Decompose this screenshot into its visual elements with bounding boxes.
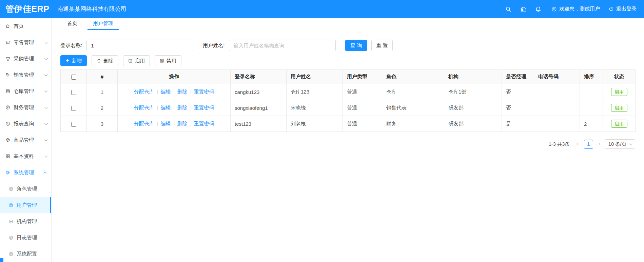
cell-is-manager: 否 xyxy=(502,100,534,116)
cell-user-name: 仓库123 xyxy=(287,84,343,100)
assign-warehouse-link[interactable]: 分配仓库 xyxy=(134,105,154,110)
select-all-checkbox[interactable] xyxy=(71,75,76,80)
sidebar-item-reports[interactable]: 报表查询 xyxy=(0,116,51,132)
user-menu[interactable]: 欢迎您，测试用户 xyxy=(551,6,600,12)
sidebar-item-sales[interactable]: 销售管理 xyxy=(0,67,51,83)
delete-link[interactable]: 删除 xyxy=(177,121,188,126)
disable-button-label: 禁用 xyxy=(167,58,176,64)
logout-icon xyxy=(609,6,614,12)
doc-icon xyxy=(9,203,13,207)
col-status: 状态 xyxy=(603,70,636,84)
sidebar-item-goods[interactable]: 商品管理 xyxy=(0,132,51,148)
tab-label: 首页 xyxy=(67,20,77,27)
sidebar-item-finance[interactable]: 财务管理 xyxy=(0,99,51,116)
chevron-right-icon xyxy=(598,143,600,145)
col-sort: 排序 xyxy=(580,70,603,84)
delete-button[interactable]: 删除 xyxy=(92,55,118,66)
logout-label: 退出登录 xyxy=(616,6,637,12)
bell-icon[interactable] xyxy=(534,5,543,14)
cell-is-manager: 否 xyxy=(502,84,534,100)
row-checkbox[interactable] xyxy=(71,106,76,111)
assign-warehouse-link[interactable]: 分配仓库 xyxy=(134,89,154,95)
sidebar: 首页 零售管理 采购管理 销售管理 仓库管理 财务管理 xyxy=(0,18,52,262)
sidebar-item-home[interactable]: 首页 xyxy=(0,18,51,34)
box-icon xyxy=(5,138,10,142)
cell-actions: 分配仓库编辑删除重置密码 xyxy=(118,116,231,132)
row-checkbox[interactable] xyxy=(71,122,76,127)
tab-bar: 首页 用户管理 xyxy=(52,18,644,30)
sidebar-item-system-config[interactable]: 系统配置 xyxy=(0,246,51,262)
user-name-input[interactable] xyxy=(229,40,336,51)
sidebar-item-log-management[interactable]: 日志管理 xyxy=(0,229,51,246)
sidebar-item-org-management[interactable]: 机构管理 xyxy=(0,213,51,229)
home-icon xyxy=(5,24,10,28)
delete-link[interactable]: 删除 xyxy=(177,105,188,110)
sidebar-item-label: 系统配置 xyxy=(17,251,47,257)
reset-button[interactable]: 重 置 xyxy=(371,40,392,51)
gear-icon xyxy=(5,170,10,175)
assign-warehouse-link[interactable]: 分配仓库 xyxy=(134,121,154,126)
doc-icon xyxy=(9,187,13,191)
logout-button[interactable]: 退出登录 xyxy=(609,6,637,12)
sidebar-item-user-management[interactable]: 用户管理 xyxy=(0,197,51,213)
sidebar-item-purchase[interactable]: 采购管理 xyxy=(0,51,51,67)
cell-user-name: 宋晓锋 xyxy=(287,100,343,116)
enable-button-label: 启用 xyxy=(135,58,145,64)
cell-role: 仓库 xyxy=(382,84,444,100)
header-right: 欢迎您，测试用户 退出登录 xyxy=(498,5,644,14)
delete-link[interactable]: 删除 xyxy=(177,89,188,95)
prev-page-button[interactable] xyxy=(575,140,581,149)
table-row: 1 分配仓库编辑删除重置密码 cangku123 仓库123 普通 仓库 仓库1… xyxy=(61,84,636,100)
bank-icon[interactable] xyxy=(519,5,528,14)
cell-login-name: cangku123 xyxy=(231,84,287,100)
chevron-down-icon xyxy=(44,105,48,109)
cell-user-type: 普通 xyxy=(343,84,382,100)
sidebar-item-retail[interactable]: 零售管理 xyxy=(0,34,51,51)
check-square-icon xyxy=(128,59,133,63)
search-icon[interactable] xyxy=(504,5,513,14)
cell-status: 启用 xyxy=(603,116,636,132)
sidebar-item-warehouse[interactable]: 仓库管理 xyxy=(0,83,51,99)
cell-status: 启用 xyxy=(603,84,636,100)
layout: 首页 零售管理 采购管理 销售管理 仓库管理 财务管理 xyxy=(0,18,644,262)
add-button[interactable]: 新增 xyxy=(60,55,87,66)
edit-link[interactable]: 编辑 xyxy=(161,89,171,95)
sidebar-item-label: 销售管理 xyxy=(14,72,44,78)
tab-label: 用户管理 xyxy=(93,20,113,27)
search-button[interactable]: 查 询 xyxy=(345,40,367,51)
tab-user-management[interactable]: 用户管理 xyxy=(87,18,119,30)
cell-index: 2 xyxy=(87,100,118,116)
users-table: # 操作 登录名称 用户姓名 用户类型 角色 机构 是否经理 电话号码 排序 状… xyxy=(60,69,636,132)
reset-password-link[interactable]: 重置密码 xyxy=(194,121,214,126)
link-divider xyxy=(174,106,174,110)
cell-phone xyxy=(534,100,580,116)
reset-password-link[interactable]: 重置密码 xyxy=(194,89,214,95)
next-page-button[interactable] xyxy=(596,140,602,149)
sidebar-item-system[interactable]: 系统管理 xyxy=(0,164,51,181)
sidebar-item-basic-data[interactable]: 基本资料 xyxy=(0,148,51,164)
add-button-label: 新增 xyxy=(72,58,82,64)
login-name-input[interactable] xyxy=(86,40,193,51)
sidebar-bottom-indicator xyxy=(0,258,3,262)
col-role: 角色 xyxy=(382,70,444,84)
col-is-manager: 是否经理 xyxy=(502,70,534,84)
row-checkbox[interactable] xyxy=(71,90,76,95)
cell-phone xyxy=(534,84,580,100)
status-badge: 启用 xyxy=(611,120,627,128)
enable-button[interactable]: 启用 xyxy=(123,55,150,66)
link-divider xyxy=(174,90,174,94)
page-size-select[interactable]: 10 条/页 xyxy=(605,139,635,149)
link-divider xyxy=(191,106,191,110)
reset-password-link[interactable]: 重置密码 xyxy=(194,105,214,110)
edit-link[interactable]: 编辑 xyxy=(161,105,171,110)
tab-home[interactable]: 首页 xyxy=(62,18,83,30)
chevron-down-icon xyxy=(44,73,48,76)
disable-button[interactable]: 禁用 xyxy=(155,55,181,66)
chevron-down-icon xyxy=(44,89,48,93)
sidebar-item-label: 用户管理 xyxy=(17,202,46,208)
sidebar-item-role-management[interactable]: 角色管理 xyxy=(0,181,51,197)
pagination-total: 1-3 共3条 xyxy=(549,141,570,147)
page-number-button[interactable]: 1 xyxy=(584,140,593,149)
doc-icon xyxy=(9,236,13,240)
edit-link[interactable]: 编辑 xyxy=(161,121,171,126)
